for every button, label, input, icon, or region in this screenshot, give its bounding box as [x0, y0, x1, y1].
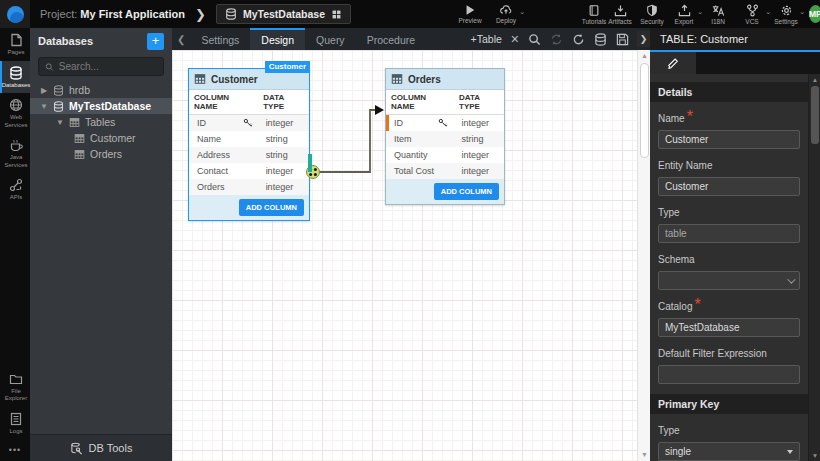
- rail-item-web-services[interactable]: Web Services: [0, 93, 30, 133]
- preview-button[interactable]: Preview: [457, 4, 483, 24]
- db-tools-button[interactable]: DB Tools: [30, 434, 172, 461]
- connector-icon: [9, 178, 23, 192]
- tab-settings[interactable]: Settings: [190, 28, 250, 50]
- tree-item-customer[interactable]: Customer: [30, 130, 172, 146]
- scrollbar-thumb[interactable]: [811, 86, 819, 144]
- panel-vertical-scrollbar[interactable]: ▲ ▼: [808, 74, 820, 461]
- field-catalog: Catalog*: [650, 290, 808, 337]
- collapse-panel-button[interactable]: ❯: [637, 31, 650, 47]
- entity-card-orders[interactable]: Orders COLUMN NAME DATA TYPE ID integer …: [385, 68, 505, 205]
- panel-title: TABLE: Customer: [660, 33, 748, 45]
- add-database-button[interactable]: +: [147, 33, 164, 50]
- primary-key-icon: [438, 118, 448, 128]
- design-toolbar: +Table ×: [471, 28, 633, 50]
- column-row-contact[interactable]: Contact integer: [189, 163, 309, 179]
- scroll-up-icon[interactable]: ▲: [638, 50, 650, 62]
- pk-type-select[interactable]: single: [658, 442, 800, 461]
- app-logo[interactable]: [0, 0, 30, 28]
- column-row-quantity[interactable]: Quantity integer: [386, 147, 504, 163]
- add-table-button[interactable]: +Table: [471, 33, 502, 45]
- schema-select[interactable]: [658, 271, 800, 290]
- column-row-orders[interactable]: Orders integer: [189, 179, 309, 195]
- rail-item-pages[interactable]: Pages: [0, 28, 30, 61]
- column-row-name[interactable]: Name string: [189, 131, 309, 147]
- type-input[interactable]: [658, 224, 800, 243]
- add-column-button[interactable]: ADD COLUMN: [434, 183, 499, 200]
- db-tools-icon: [70, 442, 83, 455]
- rail-item-logs[interactable]: Logs: [0, 407, 30, 440]
- expander-expanded-icon[interactable]: ▼: [40, 102, 48, 111]
- tree-item-tables[interactable]: ▼ Tables: [30, 114, 172, 130]
- scroll-tabs-left-button[interactable]: ❮: [172, 28, 190, 50]
- entity-name-input[interactable]: [658, 177, 800, 196]
- entity-title: Customer: [211, 74, 258, 85]
- field-schema: Schema: [650, 243, 808, 290]
- column-row-total-cost[interactable]: Total Cost integer: [386, 163, 504, 179]
- rail-item-apis[interactable]: APIs: [0, 173, 30, 206]
- refresh-button[interactable]: [572, 33, 585, 46]
- delete-button[interactable]: ×: [511, 32, 519, 46]
- gear-icon: [780, 4, 793, 17]
- expander-collapsed-icon[interactable]: ▶: [40, 86, 48, 95]
- tree-item-orders[interactable]: Orders: [30, 146, 172, 162]
- required-asterisk: *: [694, 296, 700, 313]
- deploy-button[interactable]: Deploy⌄: [493, 4, 519, 24]
- user-avatar[interactable]: MP: [809, 5, 820, 23]
- column-row-id[interactable]: ID integer: [386, 115, 504, 131]
- table-icon: [69, 117, 80, 128]
- wavemaker-logo-icon: [7, 6, 24, 23]
- tab-procedure[interactable]: Procedure: [356, 28, 426, 50]
- entity-card-customer[interactable]: Customer Customer COLUMN NAME DATA TYPE …: [188, 68, 310, 221]
- catalog-input[interactable]: [658, 318, 800, 337]
- database-export-icon: [594, 33, 607, 46]
- search-input[interactable]: [59, 61, 157, 72]
- tree-item-mytestdatabase[interactable]: ▼ MyTestDatabase: [30, 98, 172, 114]
- sidebar-search[interactable]: [38, 57, 164, 76]
- rail-overflow-button[interactable]: •••: [0, 439, 30, 461]
- artifacts-button[interactable]: Artifacts: [607, 4, 633, 25]
- default-filter-input[interactable]: [658, 365, 800, 384]
- schema-design-canvas[interactable]: Customer Customer COLUMN NAME DATA TYPE …: [172, 50, 650, 461]
- i18n-button[interactable]: I18N: [705, 4, 731, 25]
- settings-button[interactable]: Settings⌄: [773, 4, 799, 25]
- scroll-down-icon[interactable]: ▼: [638, 449, 650, 461]
- security-button[interactable]: Security: [639, 4, 665, 25]
- field-pk-type: Type single: [650, 414, 808, 461]
- search-button[interactable]: [528, 33, 541, 46]
- sync-button[interactable]: [550, 33, 563, 46]
- relation-drag-handle[interactable]: [308, 154, 312, 172]
- tree-item-hrdb[interactable]: ▶ hrdb: [30, 82, 172, 98]
- database-tree: ▶ hrdb ▼ MyTestDatabase ▼ Tables Custome…: [30, 82, 172, 162]
- scroll-down-icon[interactable]: ▼: [809, 450, 820, 461]
- save-button[interactable]: [616, 33, 629, 46]
- column-header-row: COLUMN NAME DATA TYPE: [189, 90, 309, 115]
- table-icon: [74, 149, 85, 160]
- vcs-button[interactable]: VCS⌄: [739, 4, 765, 25]
- tutorials-button[interactable]: Tutorials: [581, 4, 607, 25]
- edit-tab[interactable]: [650, 52, 696, 74]
- expander-expanded-icon[interactable]: ▼: [56, 118, 64, 127]
- scroll-up-icon[interactable]: ▲: [809, 74, 820, 85]
- rail-item-file-explorer[interactable]: File Explorer: [0, 367, 30, 407]
- pencil-icon: [667, 57, 679, 69]
- table-icon: [391, 73, 403, 85]
- tab-design[interactable]: Design: [250, 28, 305, 50]
- column-row-address[interactable]: Address string: [189, 147, 309, 163]
- name-input[interactable]: [658, 130, 800, 149]
- open-database-tab[interactable]: MyTestDatabase: [216, 4, 351, 24]
- rail-item-databases[interactable]: Databases: [0, 61, 30, 94]
- scrollbar-thumb[interactable]: [640, 63, 649, 158]
- rail-item-java-services[interactable]: Java Services: [0, 133, 30, 173]
- db-update-button[interactable]: [594, 33, 607, 46]
- refresh-icon: [572, 33, 585, 46]
- database-icon: [225, 8, 237, 20]
- entity-header[interactable]: Orders: [386, 69, 504, 90]
- panel-tabbar: [650, 50, 820, 74]
- export-button[interactable]: Export⌄: [671, 4, 697, 25]
- add-column-button[interactable]: ADD COLUMN: [239, 199, 304, 216]
- panel-content: Details Name* Entity Name Type Schema: [650, 74, 808, 461]
- column-row-id[interactable]: ID integer: [189, 115, 309, 131]
- canvas-vertical-scrollbar[interactable]: ▲ ▼: [637, 50, 650, 461]
- tab-query[interactable]: Query: [305, 28, 356, 50]
- column-row-item[interactable]: Item string: [386, 131, 504, 147]
